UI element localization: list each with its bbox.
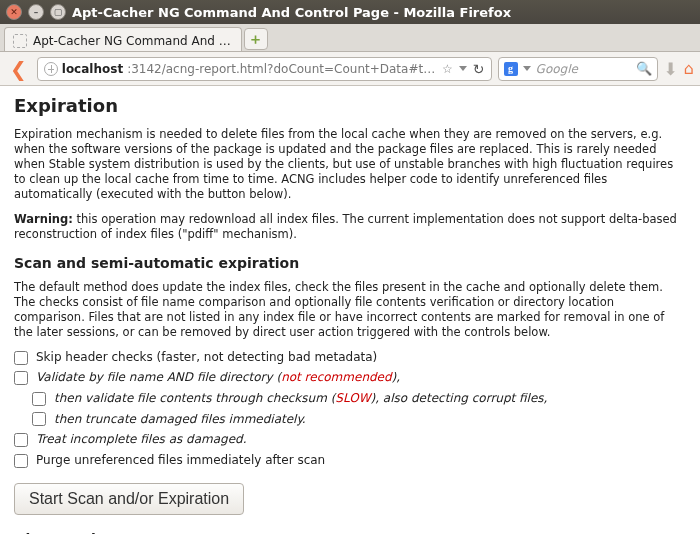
back-button[interactable]: ❮ <box>6 59 31 79</box>
url-dropdown-icon[interactable] <box>459 66 467 71</box>
expiration-options: Skip header checks (faster, not detectin… <box>14 350 686 469</box>
paragraph-warning: Warning: this operation may redownload a… <box>14 212 686 242</box>
option-truncate-imm: then truncate damaged files immediately. <box>32 412 686 428</box>
downloads-button[interactable]: ⬇ <box>664 59 678 79</box>
checkbox-skip-header[interactable] <box>14 351 28 365</box>
new-tab-button[interactable]: ＋ <box>244 28 268 50</box>
label-purge-unref: Purge unreferenced files immediately aft… <box>36 453 325 469</box>
window-title: Apt-Cacher NG Command And Control Page -… <box>72 5 511 20</box>
heading-expiration: Expiration <box>14 94 686 117</box>
option-purge-unref: Purge unreferenced files immediately aft… <box>14 453 686 469</box>
search-engine-dropdown-icon[interactable] <box>523 66 531 71</box>
warning-label: Warning: <box>14 212 73 226</box>
paragraph-expiration: Expiration mechanism is needed to delete… <box>14 127 686 202</box>
heading-direct-actions: Direct actions <box>14 530 686 534</box>
nav-toolbar: ❮ localhost :3142/acng-report.html?doCou… <box>0 52 700 86</box>
label-truncate-imm: then truncate damaged files immediately. <box>54 412 306 428</box>
reload-button[interactable]: ↻ <box>473 62 485 76</box>
window-minimize-button[interactable]: – <box>28 4 44 20</box>
bookmark-star-icon[interactable]: ☆ <box>442 62 453 76</box>
checkbox-checksum[interactable] <box>32 392 46 406</box>
paragraph-scan: The default method does update the index… <box>14 280 686 340</box>
tab-active[interactable]: Apt-Cacher NG Command And … <box>4 27 242 51</box>
start-scan-button[interactable]: Start Scan and/or Expiration <box>14 483 244 515</box>
search-go-icon[interactable]: 🔍 <box>636 61 652 76</box>
home-button[interactable]: ⌂ <box>684 59 694 78</box>
globe-icon <box>44 62 58 76</box>
search-bar[interactable]: g Google 🔍 <box>498 57 658 81</box>
checkbox-treat-incomplete[interactable] <box>14 433 28 447</box>
heading-scan: Scan and semi-automatic expiration <box>14 254 686 272</box>
url-bar[interactable]: localhost :3142/acng-report.html?doCount… <box>37 57 492 81</box>
option-treat-incomplete: Treat incomplete files as damaged. <box>14 432 686 448</box>
tab-favicon <box>13 34 27 48</box>
label-validate-dir: Validate by file name AND file directory… <box>36 370 400 386</box>
url-host: localhost <box>62 62 123 76</box>
checkbox-purge-unref[interactable] <box>14 454 28 468</box>
window-titlebar: ✕ – ▢ Apt-Cacher NG Command And Control … <box>0 0 700 24</box>
option-validate-dir: Validate by file name AND file directory… <box>14 370 686 386</box>
url-rest: :3142/acng-report.html?doCount=Count+Dat… <box>127 62 438 76</box>
search-engine-icon: g <box>504 62 518 76</box>
checkbox-validate-dir[interactable] <box>14 371 28 385</box>
tab-strip: Apt-Cacher NG Command And … ＋ <box>0 24 700 52</box>
window-close-button[interactable]: ✕ <box>6 4 22 20</box>
label-treat-incomplete: Treat incomplete files as damaged. <box>36 432 247 448</box>
option-checksum: then validate file contents through chec… <box>32 391 686 407</box>
checkbox-truncate-imm[interactable] <box>32 412 46 426</box>
label-skip-header: Skip header checks (faster, not detectin… <box>36 350 377 366</box>
option-skip-header: Skip header checks (faster, not detectin… <box>14 350 686 366</box>
plus-icon: ＋ <box>248 32 263 47</box>
tab-title: Apt-Cacher NG Command And … <box>33 34 231 48</box>
search-placeholder: Google <box>536 62 631 76</box>
warning-text: this operation may redownload all index … <box>14 212 677 241</box>
label-checksum: then validate file contents through chec… <box>54 391 547 407</box>
page-content: Expiration Expiration mechanism is neede… <box>0 86 700 534</box>
window-maximize-button[interactable]: ▢ <box>50 4 66 20</box>
